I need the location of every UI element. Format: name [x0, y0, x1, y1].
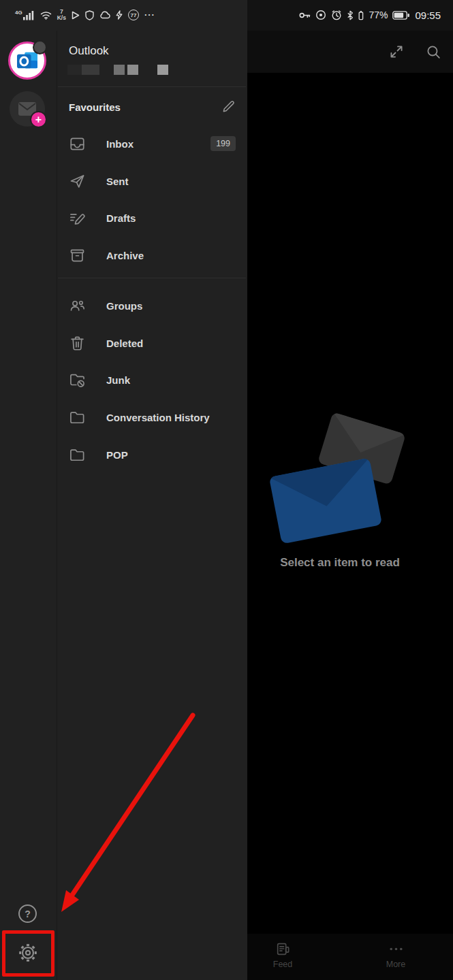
- lightning-icon: [116, 10, 123, 20]
- question-mark-icon: ?: [25, 909, 31, 919]
- cloud-icon: [99, 11, 110, 19]
- account-title: Outlook: [69, 44, 109, 58]
- folder-item-inbox[interactable]: Inbox 199: [57, 125, 247, 162]
- folder-label: Deleted: [106, 338, 143, 349]
- folder-item-conversation-history[interactable]: Conversation History: [57, 399, 247, 436]
- alarm-icon: [331, 10, 342, 20]
- envelope-illustration-blue: [269, 458, 382, 544]
- edit-favourites-button[interactable]: [221, 99, 236, 114]
- send-icon: [68, 172, 87, 191]
- inbox-icon: [68, 135, 87, 153]
- nav-label: Feed: [273, 960, 293, 969]
- bottom-nav: Feed More: [247, 934, 453, 980]
- feed-icon: [275, 941, 292, 958]
- device-battery-icon: [358, 10, 364, 20]
- play-icon: [72, 11, 80, 20]
- folder-label: Drafts: [106, 212, 136, 224]
- battery-percent: 77%: [369, 10, 388, 20]
- bluetooth-icon: [347, 10, 354, 20]
- network-speed: 7 K/s: [57, 9, 66, 21]
- status-bar-left: 4G 7 K/s 77 ···: [15, 5, 155, 25]
- search-icon[interactable]: [425, 44, 443, 61]
- main-appbar: [247, 31, 453, 73]
- account-status-dot: [33, 40, 47, 54]
- folder-item-groups[interactable]: Groups: [57, 287, 247, 324]
- expand-icon[interactable]: [388, 43, 405, 61]
- cellular-signal-icon: 4G: [15, 10, 35, 20]
- nav-label: More: [386, 960, 405, 969]
- groups-icon: [68, 297, 87, 315]
- wifi-icon: [40, 11, 52, 20]
- help-button[interactable]: ?: [18, 904, 37, 923]
- vpn-badge-icon: 77: [128, 10, 139, 20]
- empty-state-text: Select an item to read: [280, 556, 400, 570]
- outlook-app-screen: Select an item to read Feed More 4G: [0, 0, 453, 980]
- network-type-label: 4G: [15, 10, 22, 16]
- archive-icon: [68, 246, 87, 265]
- status-bar-right: 77% 09:55: [299, 5, 441, 25]
- drafts-icon: [68, 209, 87, 227]
- favourites-label: Favourites: [69, 101, 121, 113]
- key-icon: [299, 10, 311, 20]
- junk-icon: [68, 371, 87, 389]
- folder-item-archive[interactable]: Archive: [57, 237, 247, 274]
- header-divider: [58, 86, 246, 87]
- folder-icon: [68, 446, 87, 464]
- unread-count-badge: 199: [210, 136, 236, 151]
- more-icon: [388, 941, 405, 958]
- folder-label: Archive: [106, 250, 144, 261]
- nav-item-more[interactable]: More: [367, 941, 424, 969]
- trash-icon: [68, 334, 87, 353]
- folder-label: Sent: [106, 176, 129, 187]
- folder-label: Junk: [106, 374, 130, 386]
- folder-item-junk[interactable]: Junk: [57, 361, 247, 398]
- folder-item-deleted[interactable]: Deleted: [57, 325, 247, 361]
- annotation-highlight-rect: [2, 930, 54, 977]
- folder-item-drafts[interactable]: Drafts: [57, 199, 247, 236]
- folder-label: POP: [106, 449, 128, 461]
- redacted-email-address: [57, 65, 247, 75]
- clock-label: 09:55: [415, 10, 441, 21]
- section-divider: [58, 278, 246, 278]
- folder-label: Groups: [106, 300, 142, 312]
- folder-drawer: Outlook Favourites: [57, 31, 247, 980]
- nav-item-feed[interactable]: Feed: [254, 941, 311, 969]
- battery-icon: [392, 11, 410, 20]
- pencil-icon: [221, 99, 236, 114]
- status-overflow-icon: ···: [144, 12, 155, 18]
- folder-item-pop[interactable]: POP: [57, 436, 247, 473]
- outlook-logo-icon: [16, 50, 39, 71]
- folder-item-sent[interactable]: Sent: [57, 163, 247, 199]
- speed-unit: K/s: [57, 15, 66, 21]
- reading-pane: Select an item to read Feed More: [247, 0, 453, 980]
- folder-label: Conversation History: [106, 412, 210, 423]
- favourites-header: Favourites: [57, 96, 247, 118]
- shield-icon: [85, 10, 94, 20]
- folder-label: Inbox: [106, 138, 134, 150]
- folder-icon: [68, 408, 87, 427]
- add-account-plus-badge: +: [30, 111, 47, 128]
- eye-icon: [315, 10, 326, 20]
